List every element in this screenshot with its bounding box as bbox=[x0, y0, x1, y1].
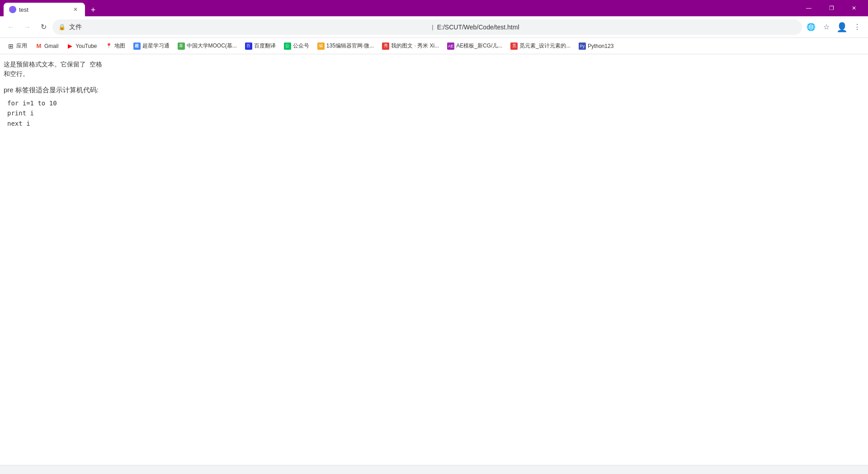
mooc-icon: 慕 bbox=[178, 43, 185, 50]
security-icon: 🔒 bbox=[58, 24, 66, 30]
bookmark-xiumi-label: 我的图文 · 秀米 Xi... bbox=[391, 42, 439, 50]
profile-icon: 👤 bbox=[836, 22, 848, 33]
code-block: for i=1 to 10 print i next i bbox=[4, 98, 864, 128]
forward-button[interactable]: → bbox=[20, 20, 34, 34]
menu-icon: ⋮ bbox=[854, 23, 861, 31]
bookmark-superstar[interactable]: 超 超星学习通 bbox=[130, 40, 173, 52]
close-button[interactable]: ✕ bbox=[844, 0, 864, 16]
ae-icon: AE bbox=[447, 43, 454, 50]
bookmark-youtube[interactable]: ▶ YouTube bbox=[63, 41, 100, 52]
motionyuan-icon: 觅 bbox=[510, 43, 518, 50]
menu-button[interactable]: ⋮ bbox=[850, 20, 864, 34]
bookmark-ae[interactable]: AE AE模板_新CG/儿... bbox=[443, 40, 506, 52]
tab-favicon bbox=[9, 6, 16, 13]
bookmark-gmail-label: Gmail bbox=[44, 43, 58, 49]
profile-button[interactable]: 👤 bbox=[835, 20, 849, 34]
bookmark-maps[interactable]: 📍 地图 bbox=[102, 40, 129, 52]
tab-title: test bbox=[19, 6, 69, 13]
translate-button[interactable]: 🌐 bbox=[804, 20, 818, 34]
pre-text-line1: 这是预留格式文本。它保留了 空格 bbox=[4, 60, 864, 69]
gmail-icon: M bbox=[35, 43, 42, 50]
refresh-button[interactable]: ↻ bbox=[36, 20, 51, 34]
youtube-icon: ▶ bbox=[66, 43, 74, 50]
bookmark-code135-label: 135编辑器官网·微... bbox=[326, 42, 374, 50]
bookmark-mooc-label: 中国大学MOOC(慕... bbox=[187, 42, 237, 50]
page-content: 这是预留格式文本。它保留了 空格 和空行。 pre 标签很适合显示计算机代码: … bbox=[0, 54, 868, 465]
restore-button[interactable]: ❐ bbox=[821, 0, 842, 16]
bookmark-motionyuan-label: 觅元素_设计元素的... bbox=[519, 42, 571, 50]
bookmark-superstar-label: 超星学习通 bbox=[142, 42, 170, 50]
baidu-icon: 百 bbox=[245, 43, 252, 50]
gongzhong-icon: 公 bbox=[284, 43, 291, 50]
bookmark-python-label: Python123 bbox=[588, 43, 613, 49]
minimize-button[interactable]: — bbox=[798, 0, 819, 16]
bookmark-gongzhong-label: 公众号 bbox=[293, 42, 309, 50]
tab-area: test ✕ + bbox=[4, 0, 798, 16]
address-separator: | bbox=[432, 24, 433, 30]
nav-right-buttons: 🌐 ☆ 👤 ⋮ bbox=[804, 20, 864, 34]
apps-grid-icon: ⊞ bbox=[7, 43, 14, 50]
address-text: E:/SCUT/Web/Code/test.html bbox=[437, 24, 796, 31]
bookmark-ae-label: AE模板_新CG/儿... bbox=[456, 42, 502, 50]
new-tab-button[interactable]: + bbox=[87, 4, 99, 16]
preformatted-block: 这是预留格式文本。它保留了 空格 和空行。 bbox=[4, 60, 864, 79]
pre-text-line2: 和空行。 bbox=[4, 69, 864, 79]
bookmark-python[interactable]: Py Python123 bbox=[575, 41, 617, 52]
bookmark-star-button[interactable]: ☆ bbox=[819, 20, 834, 34]
code-line1: for i=1 to 10 bbox=[7, 98, 864, 108]
code135-icon: 编 bbox=[317, 43, 325, 50]
bookmark-xiumi[interactable]: 秀 我的图文 · 秀米 Xi... bbox=[378, 40, 443, 52]
superstar-icon: 超 bbox=[133, 43, 141, 50]
python-icon: Py bbox=[579, 43, 586, 50]
bookmark-motionyuan[interactable]: 觅 觅元素_设计元素的... bbox=[507, 40, 574, 52]
address-bar[interactable]: 🔒 文件 | E:/SCUT/Web/Code/test.html bbox=[52, 19, 802, 35]
active-tab[interactable]: test ✕ bbox=[4, 3, 85, 16]
bookmarks-bar: ⊞ 应用 M Gmail ▶ YouTube 📍 地图 超 超星学习通 慕 中国… bbox=[0, 38, 868, 54]
titlebar: test ✕ + — ❐ ✕ bbox=[0, 0, 868, 16]
bookmark-gongzhong[interactable]: 公 公众号 bbox=[280, 40, 313, 52]
bookmark-baidu[interactable]: 百 百度翻译 bbox=[241, 40, 279, 52]
code-line3: next i bbox=[7, 118, 864, 128]
bookmark-youtube-label: YouTube bbox=[75, 43, 97, 49]
statusbar bbox=[0, 465, 868, 474]
address-prefix: 文件 bbox=[69, 23, 428, 31]
back-button[interactable]: ← bbox=[4, 20, 18, 34]
xiumi-icon: 秀 bbox=[382, 43, 389, 50]
bookmark-apps[interactable]: ⊞ 应用 bbox=[4, 40, 31, 52]
translate-icon: 🌐 bbox=[807, 23, 816, 31]
bookmark-code135[interactable]: 编 135编辑器官网·微... bbox=[314, 40, 377, 52]
bookmark-apps-label: 应用 bbox=[16, 42, 27, 50]
bookmark-baidu-label: 百度翻译 bbox=[254, 42, 276, 50]
code-line2: print i bbox=[7, 108, 864, 118]
bookmark-mooc[interactable]: 慕 中国大学MOOC(慕... bbox=[174, 40, 241, 52]
window-controls: — ❐ ✕ bbox=[798, 0, 864, 16]
pre-heading: pre 标签很适合显示计算机代码: bbox=[4, 86, 864, 95]
bookmark-maps-label: 地图 bbox=[114, 42, 125, 50]
bookmark-gmail[interactable]: M Gmail bbox=[32, 41, 62, 52]
navbar: ← → ↻ 🔒 文件 | E:/SCUT/Web/Code/test.html … bbox=[0, 16, 868, 38]
bookmark-star-icon: ☆ bbox=[823, 23, 830, 31]
tab-close-button[interactable]: ✕ bbox=[71, 5, 80, 14]
maps-icon: 📍 bbox=[105, 43, 113, 50]
